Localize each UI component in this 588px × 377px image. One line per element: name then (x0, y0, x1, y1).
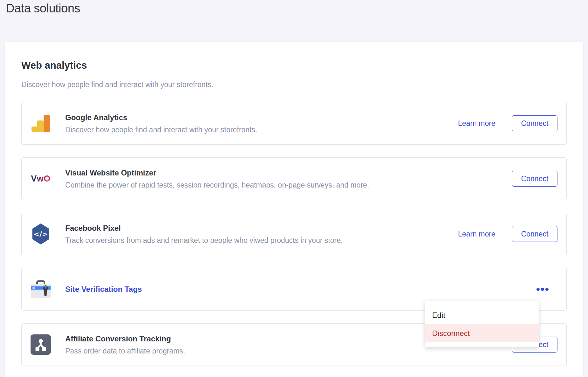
integration-description: Combine the power of rapid tests, sessio… (65, 181, 512, 189)
dot (536, 288, 540, 291)
vwo-letter-v: V (31, 174, 37, 183)
section-subtitle: Discover how people find and interact wi… (21, 80, 567, 89)
network-icon-glyph (34, 338, 47, 351)
integration-title: Affiliate Conversion Tracking (65, 334, 458, 344)
integration-description: Pass order data to affiliate programs. (65, 346, 458, 355)
vwo-letter-o: O (44, 174, 51, 183)
integration-title: Google Analytics (65, 113, 458, 122)
card-text: Affiliate Conversion Tracking Pass order… (65, 334, 458, 355)
page-title: Data solutions (6, 1, 80, 16)
vwo-logo: VwO (31, 174, 51, 184)
card-facebook-pixel: </> Facebook Pixel Track conversions fro… (21, 213, 567, 255)
dot (545, 288, 549, 291)
integration-description: Discover how people find and interact wi… (65, 125, 458, 134)
card-text: Visual Website Optimizer Combine the pow… (65, 168, 512, 189)
context-menu: Edit Disconnect (425, 301, 539, 347)
vwo-letter-w: w (37, 174, 44, 183)
integration-description: Track conversions from ads and remarket … (65, 236, 458, 245)
learn-more-link[interactable]: Learn more (458, 230, 495, 238)
more-options-button[interactable] (536, 286, 549, 293)
google-analytics-icon (30, 112, 51, 134)
integration-title: Visual Website Optimizer (65, 168, 512, 178)
code-hexagon-icon: </> (31, 223, 50, 244)
card-text: Facebook Pixel Track conversions from ad… (65, 223, 458, 245)
card-text: Site Verification Tags (65, 284, 536, 294)
card-actions (536, 286, 557, 293)
wrench-icon (41, 285, 50, 297)
connect-button[interactable]: Connect (512, 115, 557, 131)
dot (541, 288, 544, 291)
card-google-analytics: Google Analytics Discover how people fin… (21, 102, 567, 145)
card-actions: Connect (512, 171, 557, 187)
menu-item-edit[interactable]: Edit (425, 306, 539, 324)
toolbox-dash (32, 287, 35, 289)
card-actions: Learn more Connect (458, 115, 557, 131)
toolbox-icon-shape (31, 280, 51, 298)
connect-button[interactable]: Connect (512, 226, 557, 242)
menu-item-disconnect[interactable]: Disconnect (425, 324, 539, 342)
section-heading: Web analytics (21, 59, 567, 72)
network-icon (31, 334, 51, 355)
card-text: Google Analytics Discover how people fin… (65, 113, 458, 134)
affiliate-icon (30, 333, 51, 356)
vwo-icon: VwO (30, 168, 51, 190)
card-actions: Learn more Connect (458, 226, 557, 242)
integration-title-link[interactable]: Site Verification Tags (65, 284, 536, 294)
card-visual-website-optimizer: VwO Visual Website Optimizer Combine the… (21, 157, 567, 200)
google-analytics-icon-shape (32, 115, 50, 132)
integration-title: Facebook Pixel (65, 223, 458, 233)
toolbox-icon (30, 278, 51, 300)
facebook-pixel-icon: </> (30, 223, 51, 245)
learn-more-link[interactable]: Learn more (458, 119, 495, 128)
code-glyph: </> (34, 230, 48, 238)
connect-button[interactable]: Connect (512, 171, 557, 187)
